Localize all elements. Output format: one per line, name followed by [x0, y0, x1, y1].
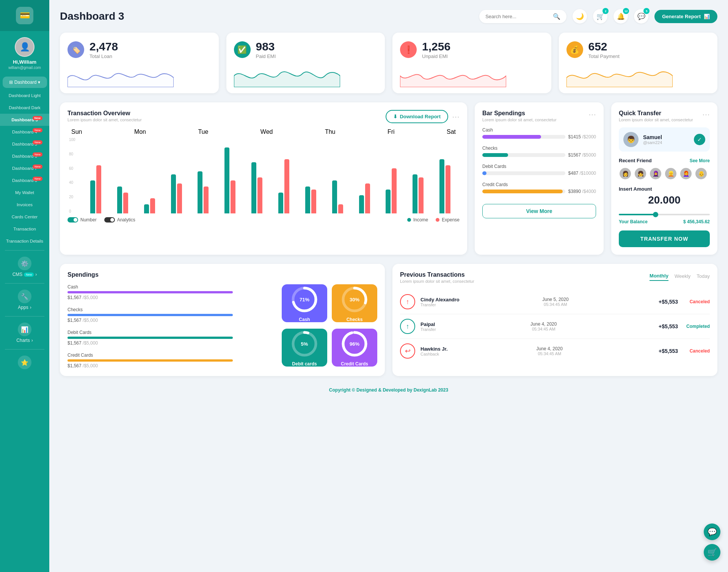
amount-slider[interactable] [619, 214, 710, 215]
sidebar-logo: 💳 [0, 0, 49, 31]
friend-avatar[interactable]: 👩‍🦰 [679, 167, 692, 180]
view-more-btn[interactable]: View More [482, 204, 596, 218]
recent-friend-section: Recent Friend See More [619, 158, 710, 163]
message-icon: 💬 [637, 13, 645, 20]
cart-btn[interactable]: 🛒 2 [593, 9, 607, 24]
analytics-toggle[interactable] [104, 217, 115, 223]
donut-grid: 71% Cash 30% Checks 5% Debit cards 96% [282, 284, 377, 368]
logo-icon: 💳 [16, 7, 33, 24]
bar-group [433, 159, 457, 213]
sidebar-item-dashboard-5[interactable]: Dashboard 5 New [0, 138, 49, 150]
middle-row: Transaction Overview Lorem ipsum dolor s… [60, 102, 717, 255]
donut-card: 30% Checks [332, 284, 377, 322]
expense-bar [311, 190, 316, 213]
donut-card: 5% Debit cards [282, 329, 327, 367]
tab-weekly[interactable]: Weekly [675, 271, 690, 281]
income-bar [278, 193, 283, 213]
friend-avatar[interactable]: 👱 [664, 167, 677, 180]
svg-text:96%: 96% [350, 341, 359, 347]
friend-avatar[interactable]: 👴 [695, 167, 708, 180]
sidebar-item-invoices[interactable]: Invoices [0, 199, 49, 211]
friend-avatar[interactable]: 👧 [634, 167, 647, 180]
income-dot [407, 218, 411, 222]
transaction-icon: ↑ [400, 294, 415, 309]
sidebar-item-dashboard-6[interactable]: Dashboard 6 New [0, 150, 49, 162]
paid-emi-value: 983 [256, 40, 276, 53]
tab-monthly[interactable]: Monthly [650, 271, 668, 281]
spendings-list: Cash $1,567 /$5,000 Checks $1,567 /$5,00… [67, 284, 274, 368]
bar-group [218, 147, 242, 213]
download-report-btn[interactable]: ⬇ Download Report [386, 110, 448, 123]
bar-group [245, 162, 269, 213]
quick-transfer-more-btn[interactable]: ⋯ [702, 110, 710, 119]
transfer-now-btn[interactable]: TRANSFER NOW [619, 230, 710, 247]
dashboard-menu-btn[interactable]: ⊞ Dashboard ▾ [3, 77, 47, 88]
spendings-list-item: Credit Cards $1,567 /$5,000 [67, 353, 274, 368]
cart-float-btn[interactable]: 🛒 [704, 544, 720, 561]
stat-cards: 🏷️ 2,478 Total Loan ✅ 983 Paid EMI [60, 33, 717, 93]
tx-amount: +$5,553 [651, 299, 678, 305]
sidebar-item-my-wallet[interactable]: My Wallet [0, 186, 49, 199]
see-more-link[interactable]: See More [690, 158, 710, 163]
theme-toggle-btn[interactable]: 🌙 [573, 9, 587, 24]
sidebar-item-dashboard-dark[interactable]: Dashboard Dark [0, 102, 49, 114]
sidebar-section-cms[interactable]: ⚙️ CMS New › [0, 254, 49, 280]
income-bar [117, 186, 122, 213]
expense-bar [204, 186, 209, 213]
sidebar-section-charts[interactable]: 📊 Charts › [0, 320, 49, 346]
income-bar [413, 174, 417, 213]
spendings-list-item: Debit Cards $1,567 /$5,000 [67, 330, 274, 346]
donut-svg: 96% [339, 329, 370, 359]
sidebar-item-dashboard-7[interactable]: Dashboard 7 New [0, 162, 49, 174]
tx-date: June 4, 2020 05:34:45 AM [441, 321, 646, 331]
bar-group [83, 165, 108, 213]
topbar-right: 🔍 🌙 🛒 2 🔔 12 💬 5 Generate Report 📊 [479, 9, 717, 24]
bar-spendings-more-btn[interactable]: ⋯ [588, 110, 596, 119]
sidebar-item-cards-center[interactable]: Cards Center [0, 211, 49, 223]
expense-bar [96, 165, 101, 213]
sidebar-item-dashboard-light[interactable]: Dashboard Light [0, 89, 49, 102]
download-icon: ⬇ [393, 114, 397, 119]
message-btn[interactable]: 💬 5 [634, 9, 648, 24]
income-bar [386, 190, 391, 213]
generate-report-btn[interactable]: Generate Report 📊 [654, 10, 717, 23]
transaction-icon: ↑ [400, 319, 415, 334]
sidebar-section-apps[interactable]: 🔧 Apps › [0, 287, 49, 313]
spending-item: Credit Cards $3890 /$4000 [482, 182, 596, 194]
friend-avatar[interactable]: 🧕 [649, 167, 662, 180]
expense-bar [150, 198, 155, 213]
sidebar-section-favorites[interactable]: ⭐ [0, 353, 49, 372]
sidebar-item-dashboard-3[interactable]: Dashboard 3 New [0, 114, 49, 126]
prev-transactions-card: Previous Transactions Lorem ipsum dolor … [392, 264, 717, 376]
balance-value: $ 456,345.62 [683, 219, 710, 224]
legend-number: Number [67, 217, 97, 223]
transfer-avatar: 👦 [623, 132, 639, 147]
sidebar-item-dashboard-4[interactable]: Dashboard 4 New [0, 126, 49, 138]
chevron-down-icon: ▾ [38, 80, 40, 85]
more-options-btn[interactable]: ⋯ [452, 112, 460, 121]
legend-analytics: Analytics [104, 217, 135, 223]
bell-btn[interactable]: 🔔 12 [613, 9, 628, 24]
total-loan-value: 2,478 [89, 40, 118, 53]
cart-icon: 🛒 [596, 13, 604, 20]
support-btn[interactable]: 💬 [704, 523, 720, 540]
spending-item: Checks $1567 /$5000 [482, 146, 596, 158]
friend-avatar[interactable]: 👩 [619, 167, 632, 180]
tx-info: Cindy Alexandro Transfer [420, 297, 460, 307]
new-badge: New [33, 140, 42, 144]
gear-icon: ⚙️ [18, 257, 31, 270]
bar-group [379, 168, 403, 213]
sidebar-item-transaction[interactable]: Transaction [0, 223, 49, 235]
y-axis: 0 20 40 60 80 100 [67, 138, 77, 213]
search-input[interactable] [485, 14, 550, 19]
bar-spendings-subtitle: Lorem ipsum dolor sit amet, consectetur [482, 118, 557, 122]
sidebar-item-transaction-details[interactable]: Transaction Details [0, 235, 49, 247]
tx-status: Completed [683, 324, 710, 329]
sidebar-item-dashboard-8[interactable]: Dashboard 8 New [0, 174, 49, 186]
income-bar [359, 195, 364, 213]
paid-emi-icon: ✅ [234, 41, 251, 58]
tab-today[interactable]: Today [697, 271, 710, 281]
income-bar [90, 180, 95, 213]
number-toggle[interactable] [67, 217, 78, 223]
chart-legend: Number Analytics Income Expense [67, 217, 460, 223]
